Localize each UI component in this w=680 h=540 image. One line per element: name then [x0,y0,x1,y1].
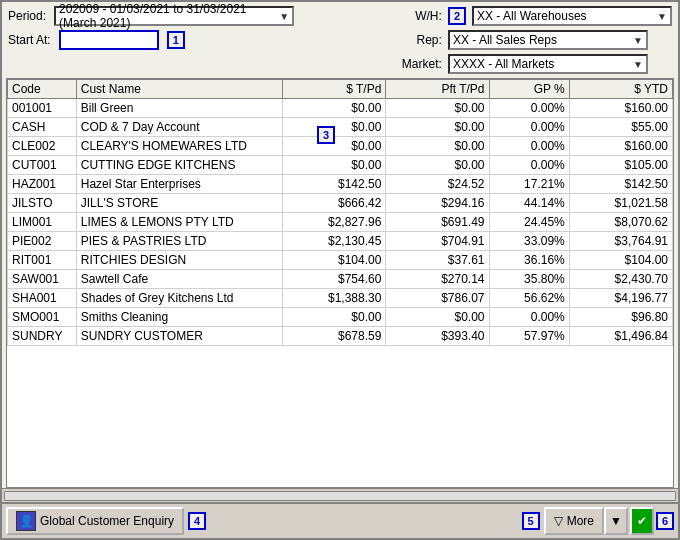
cell-pft: $0.00 [386,156,489,175]
cell-name: Shades of Grey Kitchens Ltd [76,289,282,308]
cell-ytd: $105.00 [569,156,672,175]
cell-pft: $0.00 [386,308,489,327]
market-value: XXXX - All Markets [453,57,554,71]
market-select[interactable]: XXXX - All Markets ▼ [448,54,648,74]
table-row[interactable]: HAZ001 Hazel Star Enterprises $142.50 $2… [8,175,673,194]
badge-3: 3 [317,126,335,144]
cell-tpd: $0.00 [283,99,386,118]
wh-value: XX - All Warehouses [477,9,587,23]
rep-label: Rep: [394,33,442,47]
cell-pft: $0.00 [386,99,489,118]
badge-2: 2 [448,7,466,25]
cell-gp: 0.00% [489,308,569,327]
global-customer-enquiry-button[interactable]: 👤 Global Customer Enquiry [6,507,184,535]
start-input[interactable] [59,30,159,50]
rep-row: Rep: XX - All Sales Reps ▼ [394,30,672,50]
cell-pft: $0.00 [386,137,489,156]
cell-tpd: $104.00 [283,251,386,270]
cell-code: HAZ001 [8,175,77,194]
cell-gp: 57.97% [489,327,569,346]
cell-pft: $0.00 [386,118,489,137]
table-row[interactable]: CASH COD & 7 Day Account $0.00 $0.00 0.0… [8,118,673,137]
cell-tpd: $1,388.30 [283,289,386,308]
table-row[interactable]: SUNDRY SUNDRY CUSTOMER $678.59 $393.40 5… [8,327,673,346]
table-header-row: Code Cust Name $ T/Pd Pft T/Pd GP % $ YT… [8,80,673,99]
cell-gp: 0.00% [489,99,569,118]
table-row[interactable]: CLE002 CLEARY'S HOMEWARES LTD $0.00 $0.0… [8,137,673,156]
rep-arrow-icon: ▼ [633,35,643,46]
period-label: Period: [8,9,46,23]
statusbar: 👤 Global Customer Enquiry 4 5 ▽ More ▼ ✔… [2,502,678,538]
cell-code: CLE002 [8,137,77,156]
table-row[interactable]: PIE002 PIES & PASTRIES LTD $2,130.45 $70… [8,232,673,251]
cell-pft: $24.52 [386,175,489,194]
horizontal-scrollbar[interactable] [2,488,678,502]
cell-code: CUT001 [8,156,77,175]
more-button[interactable]: ▽ More [544,507,604,535]
cell-gp: 56.62% [489,289,569,308]
cell-gp: 0.00% [489,137,569,156]
table-row[interactable]: SMO001 Smiths Cleaning $0.00 $0.00 0.00%… [8,308,673,327]
cell-tpd: $678.59 [283,327,386,346]
badge-4: 4 [188,512,206,530]
wh-row: W/H: 2 XX - All Warehouses ▼ [394,6,672,26]
table-row[interactable]: SHA001 Shades of Grey Kitchens Ltd $1,38… [8,289,673,308]
go-button[interactable]: ✔ [630,507,654,535]
cell-ytd: $142.50 [569,175,672,194]
table-row[interactable]: JILSTO JILL'S STORE $666.42 $294.16 44.1… [8,194,673,213]
period-select[interactable]: 202009 - 01/03/2021 to 31/03/2021 (March… [54,6,294,26]
col-ytd-header: $ YTD [569,80,672,99]
cell-tpd: $0.00 [283,156,386,175]
cell-ytd: $4,196.77 [569,289,672,308]
table-row[interactable]: CUT001 CUTTING EDGE KITCHENS $0.00 $0.00… [8,156,673,175]
cell-code: LIM001 [8,213,77,232]
cell-ytd: $3,764.91 [569,232,672,251]
period-value: 202009 - 01/03/2021 to 31/03/2021 (March… [59,2,279,30]
cell-code: CASH [8,118,77,137]
more-dropdown-button[interactable]: ▼ [604,507,628,535]
cell-name: LIMES & LEMONS PTY LTD [76,213,282,232]
cell-code: RIT001 [8,251,77,270]
cell-ytd: $55.00 [569,118,672,137]
table-row[interactable]: RIT001 RITCHIES DESIGN $104.00 $37.61 36… [8,251,673,270]
cell-code: PIE002 [8,232,77,251]
cell-tpd: $754.60 [283,270,386,289]
cell-tpd: $0.00 [283,308,386,327]
cell-pft: $786.07 [386,289,489,308]
cell-name: Smiths Cleaning [76,308,282,327]
cell-name: RITCHIES DESIGN [76,251,282,270]
table-body: 001001 Bill Green $0.00 $0.00 0.00% $160… [8,99,673,346]
table-row[interactable]: SAW001 Sawtell Cafe $754.60 $270.14 35.8… [8,270,673,289]
badge-6: 6 [656,512,674,530]
header-section: Period: 202009 - 01/03/2021 to 31/03/202… [2,2,678,78]
cell-name: Sawtell Cafe [76,270,282,289]
cell-tpd: $2,827.96 [283,213,386,232]
col-gp-header: GP % [489,80,569,99]
rep-value: XX - All Sales Reps [453,33,557,47]
wh-label: W/H: [394,9,442,23]
cell-pft: $704.91 [386,232,489,251]
cell-pft: $294.16 [386,194,489,213]
more-label: More [567,514,594,528]
left-controls: Period: 202009 - 01/03/2021 to 31/03/202… [8,6,394,50]
badge-1: 1 [167,31,185,49]
wh-select[interactable]: XX - All Warehouses ▼ [472,6,672,26]
main-window: Period: 202009 - 01/03/2021 to 31/03/202… [0,0,680,540]
data-table-container[interactable]: Code Cust Name $ T/Pd Pft T/Pd GP % $ YT… [6,78,674,488]
cell-gp: 36.16% [489,251,569,270]
market-row: Market: XXXX - All Markets ▼ [394,54,672,74]
cell-gp: 33.09% [489,232,569,251]
scroll-track[interactable] [4,491,676,501]
cell-pft: $691.49 [386,213,489,232]
table-row[interactable]: LIM001 LIMES & LEMONS PTY LTD $2,827.96 … [8,213,673,232]
cell-pft: $270.14 [386,270,489,289]
cell-gp: 24.45% [489,213,569,232]
rep-select[interactable]: XX - All Sales Reps ▼ [448,30,648,50]
cell-ytd: $104.00 [569,251,672,270]
cell-code: SAW001 [8,270,77,289]
wh-arrow-icon: ▼ [657,11,667,22]
table-row[interactable]: 001001 Bill Green $0.00 $0.00 0.00% $160… [8,99,673,118]
col-pft-header: Pft T/Pd [386,80,489,99]
cell-gp: 35.80% [489,270,569,289]
col-tpd-header: $ T/Pd [283,80,386,99]
